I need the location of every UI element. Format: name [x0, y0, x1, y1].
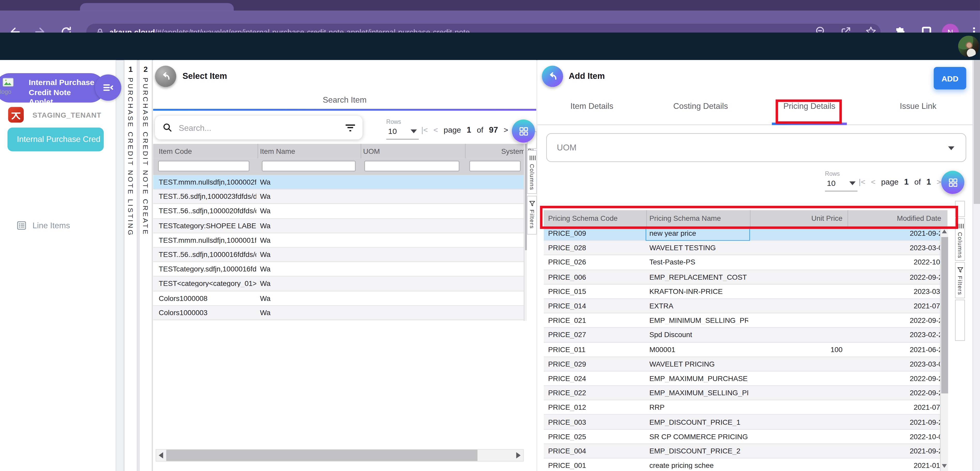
pricing-row[interactable]: PRICE_011M000011002021-06-2	[544, 343, 947, 357]
pricing-row[interactable]: PRICE_014EXTRA2021-07-	[544, 299, 947, 313]
first-page-button[interactable]: |<	[859, 177, 865, 186]
sidebar-item-line-items[interactable]: Line Items	[16, 220, 70, 231]
pricing-row[interactable]: PRICE_021EMP_MINIMUM_SELLING_PRICE2022-0…	[544, 314, 947, 328]
items-table-vertical-scrollbar[interactable]	[524, 144, 527, 321]
scroll-up-icon[interactable]	[942, 230, 947, 233]
pricing-row[interactable]: PRICE_029WAVELET PRICING2023-03-0	[544, 357, 947, 372]
table-row[interactable]: TEST..56.sdfjn,1000023fdfds/df]...Wa	[153, 190, 524, 204]
search-input[interactable]	[177, 122, 345, 133]
pricing-table-vertical-scrollbar[interactable]	[940, 227, 948, 471]
table-row[interactable]: Colors1000008Wa	[153, 291, 524, 305]
table-row[interactable]: TEST<category<category_01>s...Wa	[153, 276, 524, 291]
add-item-back-button[interactable]	[542, 65, 563, 87]
pricing-row[interactable]: PRICE_027Spd Discount2023-02-2	[544, 328, 947, 343]
tab-issue-link[interactable]: Issue Link	[864, 101, 972, 111]
scroll-left-icon[interactable]	[159, 452, 163, 458]
next-page-button[interactable]: >	[504, 125, 508, 134]
grid-icon	[948, 177, 958, 187]
workspace-tab-listing[interactable]: 1 PURCHASE CREDIT NOTE LISTING	[124, 60, 137, 471]
item-code-filter-input[interactable]	[158, 161, 249, 171]
filters-side-tab[interactable]: Filters	[527, 196, 537, 235]
rows-per-page-select[interactable]: 10	[388, 127, 397, 136]
filter-sort-icon[interactable]	[345, 124, 355, 131]
sidebar-collapse-button[interactable]	[95, 75, 121, 101]
table-row[interactable]: TESTcategory.sdfjn,1000016fdf...Wa	[153, 262, 524, 276]
schema-name-cell: Test-Paste-PS	[649, 259, 748, 266]
user-avatar[interactable]	[958, 36, 979, 57]
scroll-right-icon[interactable]	[516, 452, 521, 458]
tab-search-item[interactable]: Search Item	[153, 95, 536, 104]
next-page-button[interactable]: >	[937, 177, 941, 186]
first-page-button[interactable]: |<	[421, 125, 428, 134]
prev-page-button[interactable]: <	[433, 125, 438, 134]
applet-pill[interactable]: logo Internal Purchase Credit Note Apple…	[0, 73, 105, 103]
tab-costing-details[interactable]: Costing Details	[646, 101, 755, 111]
column-header[interactable]: Modified Date	[897, 215, 941, 222]
grid-view-button[interactable]	[512, 120, 535, 143]
table-row[interactable]: Colors1000003Wa	[153, 305, 524, 320]
filters-tab-label: Filters	[529, 210, 535, 229]
column-header[interactable]: Pricing Schema Name	[649, 215, 721, 222]
columns-side-tab[interactable]: Columns	[527, 150, 537, 194]
pricing-row[interactable]: PRICE_003EMP_DISCOUNT_PRICE_12021-09-2	[544, 415, 947, 429]
column-header[interactable]: UOM	[363, 147, 380, 155]
schema-name-cell: EMP_MINIMUM_SELLING_PRICE	[649, 317, 748, 324]
pricing-row[interactable]: PRICE_024EMP_MAXIMUM_PURCHASE_P...2022-0…	[544, 372, 947, 386]
select-item-back-button[interactable]	[155, 65, 176, 87]
pricing-row[interactable]: PRICE_012RRP2021-07-	[544, 401, 947, 415]
schema-name-cell: EMP_DISCOUNT_PRICE_2	[649, 447, 748, 455]
workspace-tab-label: PURCHASE CREDIT NOTE CREATE	[142, 78, 149, 236]
chevron-down-icon[interactable]	[411, 129, 417, 133]
grid-icon	[519, 126, 528, 136]
uom-select[interactable]: UOM	[546, 133, 966, 162]
pricing-row[interactable]: PRICE_001create pricing schee2021-01-	[544, 458, 947, 471]
schema-name-cell: EMP_REPLACEMENT_COST	[649, 273, 748, 281]
table-row[interactable]: TEST..56..sdfjn,1000016fdfds/df...Wa	[153, 247, 524, 262]
table-row[interactable]: TEST.mmm.nullsdfjn,1000001fd...Wa	[153, 233, 524, 247]
grid-view-button[interactable]	[941, 171, 964, 194]
schema-code-cell: PRICE_028	[548, 244, 643, 252]
tab-pricing-details[interactable]: Pricing Details	[755, 101, 864, 111]
page-total: 1	[926, 177, 931, 187]
chevron-down-icon[interactable]	[849, 182, 856, 185]
pricing-row[interactable]: PRICE_009new year price2021-09-2	[544, 227, 947, 241]
columns-side-tab[interactable]: Columns	[955, 218, 965, 261]
pricing-row[interactable]: PRICE_025SR CP COMMERCE PRICING SC...202…	[544, 429, 947, 444]
module-button[interactable]: Internal Purchase Cred	[8, 128, 104, 152]
table-row[interactable]: TEST.mmm.nullsdfjn,1000002fd...Wa	[153, 175, 524, 190]
items-table-horizontal-scrollbar[interactable]	[156, 449, 523, 461]
add-button[interactable]: ADD	[934, 67, 966, 89]
scroll-down-icon[interactable]	[942, 464, 947, 468]
pricing-row[interactable]: PRICE_026Test-Paste-PS2022-10-	[544, 255, 947, 270]
page-scrollbar[interactable]	[972, 60, 980, 471]
filters-side-tab[interactable]: Filters	[955, 262, 965, 298]
page-total: 97	[489, 125, 498, 134]
scrollbar-thumb[interactable]	[166, 450, 477, 461]
table-row[interactable]: TESTcategory:SHOPEE LABEL Ar...Wa	[153, 219, 524, 233]
rows-per-page-select[interactable]: 10	[827, 179, 835, 188]
scrollbar-thumb[interactable]	[941, 237, 948, 393]
uom-filter-input[interactable]	[364, 161, 460, 171]
column-header[interactable]: Item Code	[159, 147, 192, 155]
system-status-filter-input[interactable]	[469, 161, 520, 171]
modified-date-cell: 2021-09-2	[910, 230, 943, 237]
prev-page-button[interactable]: <	[871, 177, 876, 186]
pricing-row[interactable]: PRICE_006EMP_REPLACEMENT_COST2022-09-2	[544, 270, 947, 284]
workspace-tab-create[interactable]: 2 PURCHASE CREDIT NOTE CREATE	[139, 60, 153, 471]
pricing-row[interactable]: PRICE_022EMP_MAXIMUM_SELLING_PRICE2022-0…	[544, 386, 947, 401]
pricing-row[interactable]: PRICE_004EMP_DISCOUNT_PRICE_22021-09-2	[544, 444, 947, 458]
pricing-row[interactable]: PRICE_028WAVELET TESTING2023-03-0	[544, 241, 947, 255]
tenant-icon[interactable]	[8, 107, 24, 123]
item-name-cell: Wa	[260, 265, 354, 273]
column-header[interactable]: Unit Price	[811, 215, 843, 222]
table-row[interactable]: TEST..56..sdfjn,1000020fdfds/df...Wa	[153, 204, 524, 219]
item-name-filter-input[interactable]	[262, 161, 356, 171]
browser-active-tab[interactable]	[80, 3, 234, 11]
pricing-row[interactable]: PRICE_015KRAFTON-INR-PRICE2023-03-	[544, 284, 947, 299]
column-header[interactable]: Pricing Schema Code	[548, 215, 617, 222]
scrollbar-thumb[interactable]	[974, 60, 980, 204]
item-name-cell: Wa	[260, 236, 354, 244]
column-header[interactable]: Item Name	[260, 147, 295, 155]
tab-item-details[interactable]: Item Details	[538, 101, 646, 111]
scrollbar-thumb[interactable]	[525, 144, 527, 250]
